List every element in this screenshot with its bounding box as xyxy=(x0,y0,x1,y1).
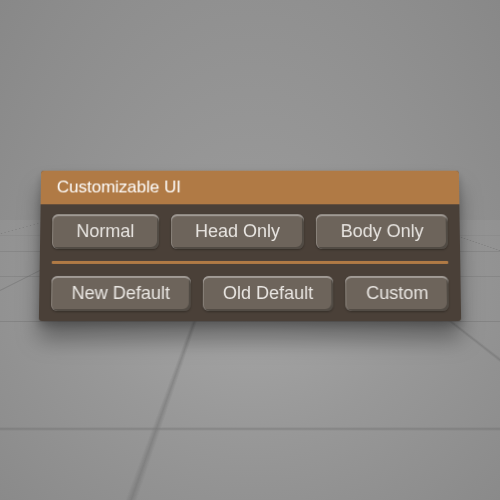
preset-row: New Default Old Default Custom xyxy=(39,266,461,321)
panel-title: Customizable UI xyxy=(41,171,460,205)
normal-button[interactable]: Normal xyxy=(52,214,159,249)
custom-button[interactable]: Custom xyxy=(346,276,449,311)
new-default-button[interactable]: New Default xyxy=(51,276,190,311)
view-mode-row: Normal Head Only Body Only xyxy=(40,204,460,259)
old-default-button[interactable]: Old Default xyxy=(202,276,333,311)
divider xyxy=(52,261,449,264)
body-only-button[interactable]: Body Only xyxy=(316,214,448,249)
ui-panel-wrapper: Customizable UI Normal Head Only Body On… xyxy=(40,170,460,321)
head-only-button[interactable]: Head Only xyxy=(171,214,305,249)
ui-panel: Customizable UI Normal Head Only Body On… xyxy=(39,171,461,321)
